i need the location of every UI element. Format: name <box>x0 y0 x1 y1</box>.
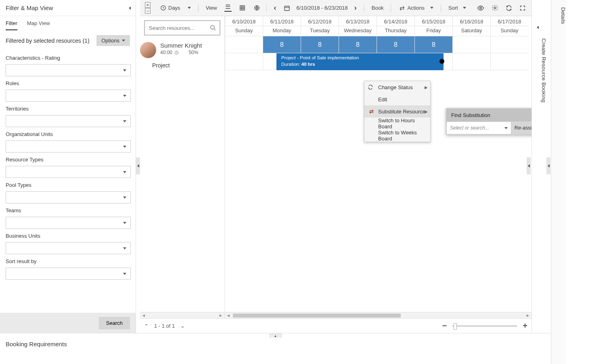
sort-dropdown[interactable]: Sort <box>446 5 469 11</box>
refresh-icon <box>368 84 375 90</box>
chevron-down-icon <box>123 222 126 224</box>
pager-down-icon[interactable]: ⌄ <box>180 323 185 329</box>
collapse-left-icon[interactable] <box>129 5 131 11</box>
calendar-day-header: 6/10/2018Sunday <box>225 16 263 36</box>
options-dropdown[interactable]: Options <box>96 35 130 46</box>
filter-select[interactable] <box>6 64 131 76</box>
context-menu: Change Status ▶ Edit ⇄ Substitute Resour… <box>364 81 431 142</box>
expand-panel-icon[interactable] <box>537 24 539 30</box>
substitution-placeholder: Select or search... <box>450 125 489 131</box>
zoom-out-icon[interactable]: − <box>442 321 447 331</box>
filter-group: Resource Types <box>6 157 130 178</box>
timescale-days[interactable]: Days <box>157 4 193 12</box>
chevron-down-icon <box>122 40 125 42</box>
create-resource-booking-tab[interactable]: Create Resource Booking <box>532 38 547 119</box>
view-list-icon[interactable]: ☰ <box>222 4 234 12</box>
availability-cell[interactable]: 8 <box>414 36 452 53</box>
filter-select[interactable] <box>6 140 131 153</box>
find-substitution-header[interactable]: Find Substitution <box>446 109 531 121</box>
chevron-right-icon: ▶ <box>425 109 428 114</box>
booking-block[interactable]: Project - Point of Sale implementation D… <box>276 53 444 70</box>
svg-point-4 <box>480 7 482 9</box>
reassign-button[interactable]: Re-assign <box>511 121 531 134</box>
days-label: Days <box>168 5 180 11</box>
res-col-scrollbar[interactable]: ◄ ► <box>140 312 224 318</box>
search-icon[interactable] <box>210 25 216 31</box>
left-panel-tabs: Filter Map View <box>0 16 136 30</box>
availability-cell[interactable]: 8 <box>301 36 339 53</box>
fullscreen-icon[interactable] <box>517 5 528 11</box>
splitter-right-2[interactable] <box>546 157 550 174</box>
scroll-left-icon[interactable]: ◄ <box>226 313 231 318</box>
splitter-left[interactable] <box>136 157 140 174</box>
gear-icon[interactable] <box>489 4 501 11</box>
filter-select[interactable] <box>6 166 131 178</box>
tab-map-view[interactable]: Map View <box>27 20 50 30</box>
availability-cell <box>452 36 490 53</box>
calendar-icon[interactable] <box>281 5 293 11</box>
expand-bottom-icon[interactable]: ▲ <box>270 334 282 338</box>
filter-select[interactable] <box>6 242 131 254</box>
filter-group: Business Units <box>6 233 130 254</box>
filter-select[interactable] <box>6 268 131 280</box>
refresh-icon[interactable] <box>503 5 515 11</box>
calendar-date: 6/17/2018 <box>491 16 528 26</box>
filter-select[interactable] <box>6 90 131 102</box>
pager-up-icon[interactable]: ⌄ <box>144 323 149 329</box>
calendar-date: 6/14/2018 <box>377 16 414 26</box>
collapse-all-icon[interactable]: − <box>145 8 151 14</box>
chevron-down-icon <box>123 273 126 275</box>
book-label: Book <box>372 5 384 11</box>
tab-filter[interactable]: Filter <box>6 20 17 30</box>
filter-select[interactable] <box>6 191 131 203</box>
splitter-right-1[interactable] <box>527 157 531 174</box>
swap-icon: ⇄ <box>398 4 406 12</box>
filter-select[interactable] <box>6 217 131 229</box>
search-button[interactable]: Search <box>99 317 130 329</box>
prev-range-button[interactable]: ‹ <box>272 4 279 12</box>
chevron-down-icon <box>123 247 126 249</box>
details-tab[interactable]: Details <box>551 7 566 24</box>
zoom-slider[interactable] <box>452 325 517 327</box>
search-input[interactable] <box>148 25 205 31</box>
ctx-weeks-board[interactable]: Switch to Weeks Board <box>364 130 430 142</box>
scroll-left-icon[interactable]: ◄ <box>141 313 146 318</box>
view-map-icon[interactable] <box>251 4 263 12</box>
calendar-scrollbar[interactable]: ◄ ► <box>225 312 531 318</box>
chevron-down-icon <box>123 197 126 199</box>
create-booking-panel-collapsed: Create Resource Booking <box>531 0 546 333</box>
search-resources[interactable] <box>144 20 220 36</box>
availability-cell[interactable]: 8 <box>263 36 301 53</box>
booking-title: Point of Sale implementation <box>300 55 359 60</box>
pager-text: 1 - 1 of 1 <box>154 323 175 329</box>
filter-label: Organizational Units <box>6 131 130 137</box>
ctx-substitute-resource[interactable]: ⇄ Substitute Resource ▶ <box>364 105 430 117</box>
resource-project-row[interactable]: Project <box>140 61 224 70</box>
calendar-dow: Friday <box>415 26 452 36</box>
availability-cell[interactable]: 8 <box>377 36 414 53</box>
filter-label: Resource Types <box>6 157 130 163</box>
next-range-button[interactable]: › <box>352 4 359 12</box>
eye-icon[interactable] <box>475 4 487 12</box>
ctx-change-status[interactable]: Change Status ▶ <box>364 81 430 93</box>
chevron-down-icon <box>188 7 191 9</box>
scroll-right-icon[interactable]: ► <box>525 313 531 318</box>
availability-cell[interactable]: 8 <box>339 36 377 53</box>
filter-group: Territories <box>6 106 130 127</box>
book-button[interactable]: Book <box>369 5 386 11</box>
chevron-right-icon: ▶ <box>425 85 428 90</box>
booking-handle-icon[interactable] <box>439 59 444 64</box>
ctx-edit[interactable]: Edit <box>364 93 430 105</box>
schedule-board: + − Days View ☰ ‹ 6/10/2018 - 6/23/2018 … <box>140 0 531 333</box>
actions-dropdown[interactable]: ⇄ Actions <box>396 4 436 12</box>
resource-row[interactable]: Summer Knight 40:00 50% <box>140 40 224 61</box>
expand-all-icon[interactable]: + <box>145 2 151 8</box>
view-grid-icon[interactable] <box>236 4 249 12</box>
filtered-by-label: Filtered by selected resources (1) <box>6 38 90 44</box>
details-panel-collapsed: Details <box>551 0 566 364</box>
zoom-in-icon[interactable]: + <box>523 321 527 331</box>
ctx-hours-board[interactable]: Switch to Hours Board <box>364 117 430 130</box>
filter-select[interactable] <box>6 115 131 127</box>
substitution-select[interactable]: Select or search... <box>446 121 511 134</box>
scroll-right-icon[interactable]: ► <box>218 313 224 318</box>
